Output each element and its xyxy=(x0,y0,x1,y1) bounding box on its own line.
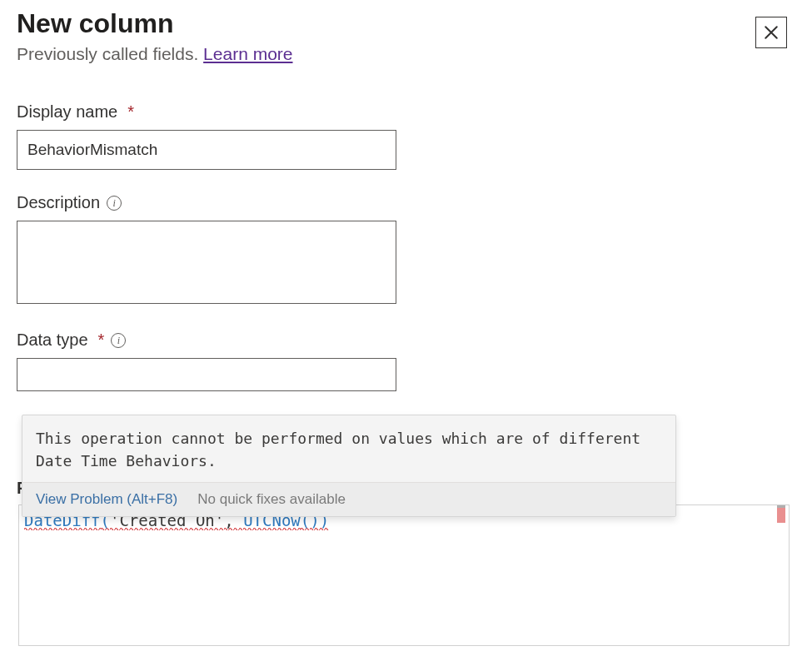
page-subtitle: Previously called fields. Learn more xyxy=(17,44,795,64)
description-label-text: Description xyxy=(17,193,100,212)
view-problem-link[interactable]: View Problem (Alt+F8) xyxy=(36,491,177,508)
description-label: Description i xyxy=(17,193,795,212)
close-icon xyxy=(764,25,779,40)
formula-editor[interactable]: DateDiff('Created On', UTCNow()) xyxy=(18,504,790,646)
page-title: New column xyxy=(17,8,795,39)
field-display-name: Display name * xyxy=(17,102,795,170)
info-icon[interactable]: i xyxy=(111,333,126,348)
problem-message: This operation cannot be performed on va… xyxy=(22,415,675,482)
problem-tooltip: This operation cannot be performed on va… xyxy=(22,415,676,517)
display-name-label: Display name * xyxy=(17,102,795,122)
learn-more-link[interactable]: Learn more xyxy=(203,44,292,63)
required-mark: * xyxy=(98,330,105,350)
description-input[interactable] xyxy=(17,221,396,304)
subtitle-text: Previously called fields. xyxy=(17,44,203,63)
required-mark: * xyxy=(127,102,134,122)
display-name-input[interactable] xyxy=(17,130,396,170)
no-quick-fixes-text: No quick fixes available xyxy=(197,491,346,508)
field-description: Description i xyxy=(17,193,795,307)
data-type-label: Data type * i xyxy=(17,330,795,350)
field-data-type: Data type * i xyxy=(17,330,795,391)
info-icon[interactable]: i xyxy=(107,196,122,211)
close-button[interactable] xyxy=(755,17,787,48)
data-type-label-text: Data type xyxy=(17,330,88,350)
data-type-select[interactable] xyxy=(17,358,396,391)
minimap-error-marker xyxy=(777,508,785,523)
display-name-label-text: Display name xyxy=(17,102,117,122)
